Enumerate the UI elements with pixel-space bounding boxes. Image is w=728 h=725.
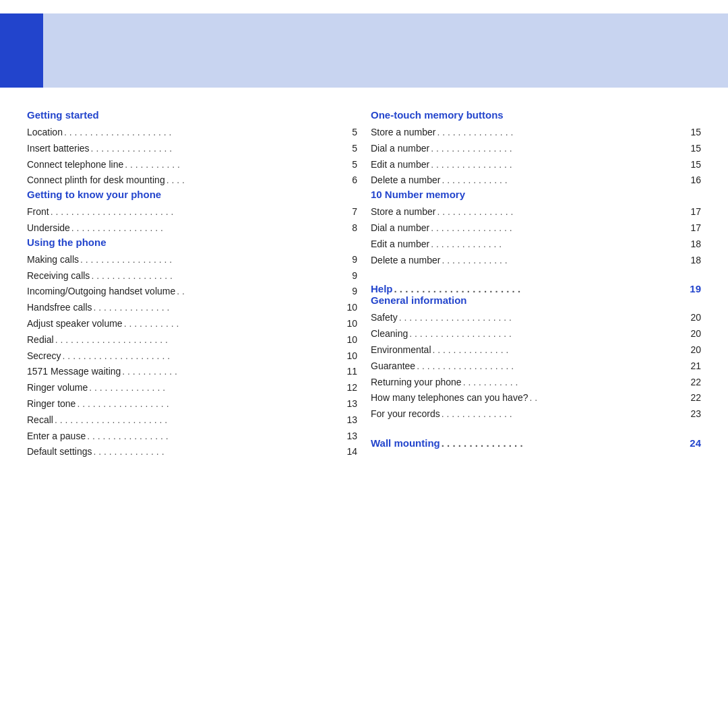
toc-page: 22 <box>690 390 701 406</box>
toc-page: 10 <box>346 332 357 348</box>
toc-section: 10 Number memoryStore a number . . . . .… <box>371 189 701 268</box>
toc-page: 17 <box>690 220 701 237</box>
toc-dots: . . . . . . . . . . . . . . . . . . . . … <box>399 310 690 326</box>
toc-dots: . . . . . . . . . . . . . . . . <box>431 141 689 157</box>
toc-item: Edit a number . . . . . . . . . . . . . … <box>371 157 701 173</box>
toc-page: 6 <box>352 172 357 189</box>
content-area: Getting startedLocation . . . . . . . . … <box>0 88 728 474</box>
top-bar <box>0 0 728 11</box>
toc-dots: . . . . . . . . . . . . . . . . <box>91 268 351 284</box>
right-column: One-touch memory buttonsStore a number .… <box>371 109 701 460</box>
toc-item-label: Handsfree calls <box>27 300 92 316</box>
toc-dots: . . . . . . . . . . . . . . . . . . . . … <box>55 412 346 429</box>
toc-item: Cleaning . . . . . . . . . . . . . . . .… <box>371 326 701 342</box>
toc-item-label: Store a number <box>371 204 436 220</box>
toc-page: 5 <box>352 141 357 157</box>
wall-mounting-label: Wall mounting <box>371 437 440 449</box>
toc-section: Getting startedLocation . . . . . . . . … <box>27 109 357 189</box>
toc-dots: . . . . . . . . . . . . . <box>442 253 690 269</box>
toc-item-label: Front <box>27 204 49 220</box>
toc-item: Default settings . . . . . . . . . . . .… <box>27 444 357 460</box>
toc-page: 5 <box>352 157 357 173</box>
toc-page: 10 <box>346 300 357 316</box>
toc-page: 20 <box>690 342 701 358</box>
toc-item-label: Secrecy <box>27 348 61 365</box>
toc-item-label: For your records <box>371 406 440 422</box>
section-heading: General information <box>371 294 701 306</box>
toc-item-label: Connect telephone line <box>27 157 123 173</box>
toc-item: How many telephones can you have? . .22 <box>371 390 701 406</box>
toc-page: 23 <box>690 406 701 422</box>
toc-item-label: Returning your phone <box>371 375 462 391</box>
toc-dots: . . . . . . . . . . . . . . . . . . <box>77 396 345 412</box>
toc-item-label: Connect plinth for desk mounting <box>27 172 165 189</box>
toc-item-label: Dial a number <box>371 220 429 237</box>
toc-page: 18 <box>690 237 701 253</box>
toc-dots: . . . . . . . . . . . . . . . . <box>431 220 689 237</box>
toc-item: Connect telephone line . . . . . . . . .… <box>27 157 357 173</box>
toc-item: Enter a pause . . . . . . . . . . . . . … <box>27 429 357 445</box>
toc-dots: . . <box>177 284 351 300</box>
toc-page: 18 <box>690 253 701 269</box>
help-dots: . . . . . . . . . . . . . . . . . . . . … <box>394 283 689 294</box>
toc-item-label: Ringer tone <box>27 396 75 412</box>
toc-item-label: Adjust speaker volume <box>27 316 123 332</box>
toc-page: 7 <box>352 204 357 220</box>
toc-item-label: 1571 Message waiting <box>27 364 121 380</box>
wall-mounting-section: Wall mounting . . . . . . . . . . . . . … <box>371 437 701 449</box>
toc-item-label: Recall <box>27 412 53 429</box>
header-band <box>0 13 728 88</box>
toc-dots: . . . . . . . . . . . . . . . . . . . . … <box>64 125 351 141</box>
toc-dots: . . . . . . . . . . . <box>463 375 690 391</box>
section-heading: Getting started <box>27 109 357 121</box>
toc-page: 12 <box>346 380 357 396</box>
toc-item: Returning your phone . . . . . . . . . .… <box>371 375 701 391</box>
section-heading: Getting to know your phone <box>27 189 357 200</box>
section-heading: 10 Number memory <box>371 189 701 200</box>
toc-page: 13 <box>346 412 357 429</box>
toc-section: General informationSafety . . . . . . . … <box>371 294 701 422</box>
toc-item-label: Insert batteries <box>27 141 90 157</box>
help-label: Help <box>371 283 393 294</box>
toc-page: 20 <box>690 326 701 342</box>
toc-section: Getting to know your phoneFront . . . . … <box>27 189 357 237</box>
toc-page: 17 <box>690 204 701 220</box>
wall-mounting-dots: . . . . . . . . . . . . . . . <box>442 437 689 449</box>
toc-item-label: Dial a number <box>371 141 429 157</box>
toc-page: 8 <box>352 220 357 237</box>
toc-item-label: Incoming/Outgoing handset volume <box>27 284 175 300</box>
toc-dots: . . . . . . . . . . . . . <box>442 172 690 189</box>
toc-item-label: Delete a number <box>371 253 441 269</box>
toc-page: 10 <box>346 348 357 365</box>
toc-item-label: Cleaning <box>371 326 408 342</box>
toc-dots: . . . . . . . . . . . <box>124 316 346 332</box>
toc-item: Insert batteries . . . . . . . . . . . .… <box>27 141 357 157</box>
toc-dots: . . . . . . . . . . . . . . <box>442 406 690 422</box>
toc-item-label: Edit a number <box>371 237 429 253</box>
section-heading: Using the phone <box>27 237 357 248</box>
toc-item: 1571 Message waiting . . . . . . . . . .… <box>27 364 357 380</box>
toc-item-label: Underside <box>27 220 70 237</box>
help-section: Help . . . . . . . . . . . . . . . . . .… <box>371 283 701 294</box>
toc-item: Location . . . . . . . . . . . . . . . .… <box>27 125 357 141</box>
toc-page: 9 <box>352 284 357 300</box>
help-page: 19 <box>690 283 701 294</box>
toc-item: Ringer volume . . . . . . . . . . . . . … <box>27 380 357 396</box>
toc-item-label: Delete a number <box>371 172 441 189</box>
toc-item-label: Ringer volume <box>27 380 88 396</box>
toc-item: Ringer tone . . . . . . . . . . . . . . … <box>27 396 357 412</box>
toc-item: Safety . . . . . . . . . . . . . . . . .… <box>371 310 701 326</box>
toc-item: Making calls . . . . . . . . . . . . . .… <box>27 252 357 268</box>
toc-item: Delete a number . . . . . . . . . . . . … <box>371 172 701 189</box>
toc-item-label: Store a number <box>371 125 436 141</box>
toc-item: Adjust speaker volume . . . . . . . . . … <box>27 316 357 332</box>
toc-dots: . . . . . . . . . . . . . . . . . . . . … <box>55 332 346 348</box>
toc-item-label: Edit a number <box>371 157 429 173</box>
toc-section: One-touch memory buttonsStore a number .… <box>371 109 701 189</box>
toc-page: 15 <box>690 157 701 173</box>
toc-item: Redial . . . . . . . . . . . . . . . . .… <box>27 332 357 348</box>
toc-page: 10 <box>346 316 357 332</box>
toc-item: Front . . . . . . . . . . . . . . . . . … <box>27 204 357 220</box>
toc-page: 22 <box>690 375 701 391</box>
toc-dots: . . . . . . . . . . . . . . . . . . . . … <box>51 204 351 220</box>
